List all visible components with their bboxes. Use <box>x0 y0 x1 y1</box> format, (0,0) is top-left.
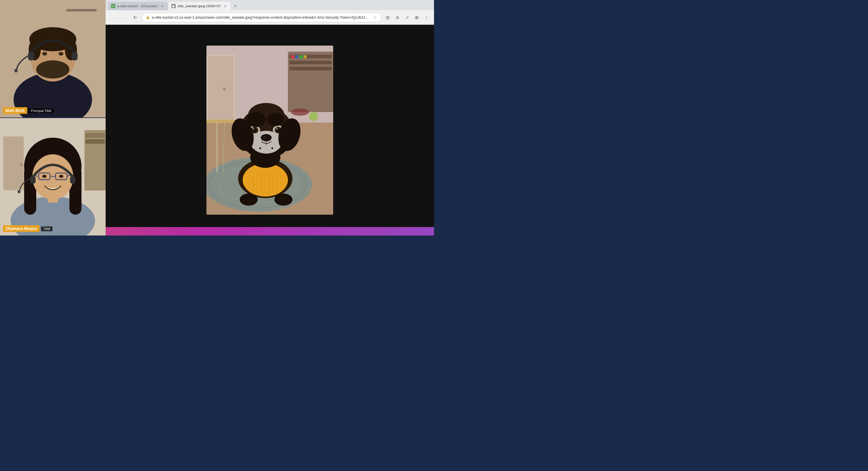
svg-point-33 <box>59 175 63 178</box>
svg-point-13 <box>14 69 18 72</box>
tab-image[interactable]: ◉ ollie_sweater.jpeg (4284×57 ✕ <box>168 2 230 10</box>
svg-rect-44 <box>295 55 298 58</box>
svg-rect-46 <box>304 55 307 58</box>
svg-point-89 <box>276 128 278 129</box>
name-tag-zhamara: Zhamara Reano TAM <box>3 225 53 232</box>
svg-point-8 <box>36 60 69 79</box>
lock-icon: 🔒 <box>146 16 150 19</box>
svg-point-50 <box>291 108 309 116</box>
zhamara-figure <box>0 118 105 235</box>
settings-menu-icon[interactable]: ⋮ <box>423 13 430 22</box>
svg-rect-41 <box>289 61 332 64</box>
refresh-button[interactable]: ↻ <box>131 13 140 22</box>
video-panel: Matt Berk Principal TAM <box>0 0 105 235</box>
tab-s3[interactable]: a a-ollie-bucket - S3 bucket | ✕ <box>108 2 168 10</box>
svg-point-32 <box>42 175 46 178</box>
svg-point-98 <box>271 147 273 149</box>
tab-image-label: ollie_sweater.jpeg (4284×57 <box>178 4 221 8</box>
zhamara-role: TAM <box>41 227 53 231</box>
svg-point-9 <box>42 52 47 56</box>
browser-toolbar-icons: ⊟ ⊙ ⤢ ⊞ ⋮ <box>384 13 430 22</box>
svg-point-85 <box>253 128 254 129</box>
s3-favicon: a <box>111 4 115 8</box>
svg-point-93 <box>247 112 265 127</box>
tab-s3-close[interactable]: ✕ <box>160 4 165 8</box>
svg-point-95 <box>240 194 258 206</box>
svg-point-100 <box>278 149 279 150</box>
name-tag-matt: Matt Berk Principal TAM <box>3 107 54 114</box>
bookmark-star-icon[interactable]: ☆ <box>372 15 378 20</box>
svg-rect-20 <box>85 139 105 144</box>
svg-rect-49 <box>223 88 225 90</box>
svg-rect-12 <box>71 52 78 60</box>
svg-rect-48 <box>208 56 234 123</box>
svg-rect-1 <box>66 9 97 11</box>
browser-chrome: a a-ollie-bucket - S3 bucket | ✕ ◉ ollie… <box>105 0 434 25</box>
matt-role: Principal TAM <box>28 108 54 113</box>
svg-rect-35 <box>70 176 75 183</box>
video-tile-zhamara: Zhamara Reano TAM <box>0 118 105 235</box>
svg-point-36 <box>18 190 21 193</box>
svg-rect-43 <box>291 55 294 58</box>
matt-figure <box>0 0 105 117</box>
matt-face-container <box>0 0 105 117</box>
tab-s3-label: a-ollie-bucket - S3 bucket | <box>117 4 158 8</box>
svg-rect-11 <box>28 52 34 60</box>
svg-point-94 <box>267 113 284 126</box>
downloads-icon[interactable]: ⤢ <box>403 13 411 22</box>
svg-point-79 <box>261 134 272 141</box>
svg-point-17 <box>20 163 23 166</box>
address-bar-row: ← → ↻ 🔒 a-ollie-bucket.s3.us-east-1.amaz… <box>105 10 434 25</box>
svg-point-80 <box>264 136 267 138</box>
video-tile-matt: Matt Berk Principal TAM <box>0 0 105 118</box>
matt-name: Matt Berk <box>3 107 27 114</box>
image-favicon: ◉ <box>172 4 176 8</box>
svg-rect-42 <box>289 67 332 70</box>
svg-point-99 <box>253 149 255 150</box>
new-tab-button[interactable]: + <box>231 2 240 10</box>
dog-photo-container <box>207 46 333 215</box>
profile-icon[interactable]: ⊟ <box>384 13 392 22</box>
svg-point-96 <box>274 194 292 206</box>
svg-rect-16 <box>4 137 24 190</box>
zhamara-face-container <box>0 118 105 235</box>
tab-image-close[interactable]: ✕ <box>223 4 227 8</box>
svg-rect-34 <box>30 176 36 183</box>
address-icons: ☆ <box>372 15 378 20</box>
svg-rect-45 <box>299 55 303 58</box>
back-button[interactable]: ← <box>109 13 118 22</box>
bottom-bar <box>105 227 434 235</box>
svg-point-97 <box>259 147 261 149</box>
address-text: a-ollie-bucket.s3.us-east-1.amazonaws.co… <box>152 16 370 20</box>
extensions-icon[interactable]: ⊙ <box>394 13 401 22</box>
svg-rect-19 <box>85 133 105 138</box>
address-bar[interactable]: 🔒 a-ollie-bucket.s3.us-east-1.amazonaws.… <box>142 13 381 22</box>
bookmark-icon[interactable]: ⊞ <box>413 13 421 22</box>
browser-window: a a-ollie-bucket - S3 bucket | ✕ ◉ ollie… <box>105 0 434 235</box>
dog-photo-svg <box>207 46 333 215</box>
tab-bar: a a-ollie-bucket - S3 bucket | ✕ ◉ ollie… <box>105 0 434 10</box>
forward-button[interactable]: → <box>120 13 129 22</box>
svg-point-65 <box>309 112 318 121</box>
zhamara-name: Zhamara Reano <box>3 225 39 232</box>
browser-content <box>105 25 434 235</box>
svg-point-10 <box>59 52 63 56</box>
